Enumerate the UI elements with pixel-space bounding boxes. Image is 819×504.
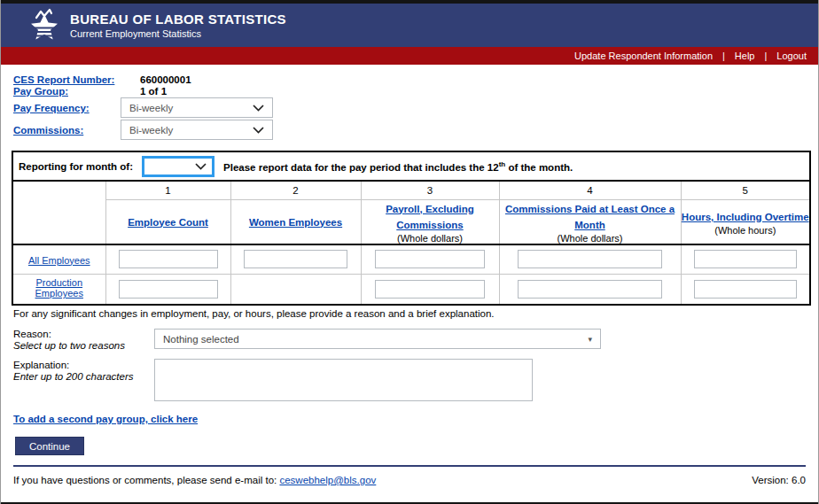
nav-separator: | xyxy=(764,50,767,61)
column-header-women-employees[interactable]: Women Employees xyxy=(249,217,342,228)
production-employees-payroll-input[interactable] xyxy=(375,280,485,299)
ces-report-page: BUREAU OF LABOR STATISTICS Current Emplo… xyxy=(0,0,819,504)
reason-select[interactable]: Nothing selected ▾ xyxy=(154,329,601,349)
commissions-label[interactable]: Commissions: xyxy=(13,125,83,136)
continue-button[interactable]: Continue xyxy=(15,437,84,455)
reporting-month-select[interactable] xyxy=(142,156,214,177)
production-employees-employee-count-input[interactable] xyxy=(119,280,218,299)
pay-group-label[interactable]: Pay Group: xyxy=(13,86,68,97)
all-employees-hours-input[interactable] xyxy=(694,250,797,268)
column-number: 3 xyxy=(361,181,499,199)
column-header-commissions[interactable]: Commissions Paid at Least Once a Month xyxy=(505,204,675,230)
report-table: Reporting for month of: Please report da… xyxy=(12,151,811,306)
help-link[interactable]: Help xyxy=(735,50,755,61)
explanation-hint: Enter up to 200 characters xyxy=(13,371,134,382)
ces-report-number-label[interactable]: CES Report Number: xyxy=(13,74,114,85)
pay-period-note: Please report data for the pay period th… xyxy=(223,160,573,173)
chevron-down-icon xyxy=(253,105,264,112)
reason-selected-value: Nothing selected xyxy=(163,334,239,345)
row-label-header-cell xyxy=(12,181,105,244)
column-unit: (Whole dollars) xyxy=(362,233,499,244)
all-employees-employee-count-input[interactable] xyxy=(119,250,218,268)
column-number: 4 xyxy=(499,181,681,199)
all-employees-women-employees-input[interactable] xyxy=(244,250,347,268)
reason-label: Reason: xyxy=(13,329,51,339)
bls-star-logo-icon xyxy=(26,8,63,45)
explanation-textarea[interactable] xyxy=(154,359,533,401)
pay-frequency-label[interactable]: Pay Frequency: xyxy=(13,103,90,113)
production-employees-women-empty-cell xyxy=(230,275,361,305)
caret-down-icon: ▾ xyxy=(588,335,592,344)
production-employees-link[interactable]: Production Employees xyxy=(13,277,105,299)
all-employees-payroll-input[interactable] xyxy=(375,250,485,268)
all-employees-commissions-input[interactable] xyxy=(518,250,662,268)
column-number: 5 xyxy=(681,181,810,199)
masthead: BUREAU OF LABOR STATISTICS Current Emplo… xyxy=(1,4,818,47)
update-respondent-link[interactable]: Update Respondent Information xyxy=(574,50,713,61)
column-unit: (Whole dollars) xyxy=(500,233,681,244)
column-number: 2 xyxy=(230,181,361,199)
version-label: Version: 6.0 xyxy=(752,475,806,485)
app-subtitle: Current Employment Statistics xyxy=(70,28,201,39)
add-second-pay-group-link[interactable]: To add a second pay group, click here xyxy=(13,414,198,424)
ces-report-number-value: 660000001 xyxy=(140,74,191,85)
all-employees-link[interactable]: All Employees xyxy=(21,255,98,266)
column-unit: (Whole hours) xyxy=(682,225,810,236)
nav-separator: | xyxy=(722,50,725,61)
explanation-label: Explanation: xyxy=(13,360,69,370)
column-header-hours[interactable]: Hours, Including Overtime xyxy=(682,212,809,222)
top-nav-bar: Update Respondent Information | Help | L… xyxy=(1,47,818,65)
pay-frequency-select[interactable]: Bi-weekly xyxy=(121,97,273,118)
production-employees-hours-input[interactable] xyxy=(694,280,797,299)
footer-help-text: If you have questions or comments, pleas… xyxy=(13,475,376,485)
column-number: 1 xyxy=(105,181,230,199)
column-header-employee-count[interactable]: Employee Count xyxy=(128,217,208,228)
pay-group-value: 1 of 1 xyxy=(140,86,167,97)
app-title: BUREAU OF LABOR STATISTICS xyxy=(70,12,286,27)
commissions-select[interactable]: Bi-weekly xyxy=(121,120,273,140)
column-header-payroll[interactable]: Payroll, Excluding Commissions xyxy=(386,204,474,230)
production-employees-commissions-input[interactable] xyxy=(518,280,662,299)
significant-changes-note: For any significant changes in employmen… xyxy=(13,308,495,319)
pay-frequency-selected-value: Bi-weekly xyxy=(129,103,173,113)
reason-hint: Select up to two reasons xyxy=(13,340,125,351)
chevron-down-icon xyxy=(195,163,207,170)
footer-divider xyxy=(13,465,806,467)
commissions-selected-value: Bi-weekly xyxy=(129,125,173,136)
logout-link[interactable]: Logout xyxy=(776,50,807,61)
chevron-down-icon xyxy=(253,127,264,134)
reporting-month-label: Reporting for month of: xyxy=(19,161,133,172)
ceswebhelp-email-link[interactable]: ceswebhelp@bls.gov xyxy=(279,475,376,485)
